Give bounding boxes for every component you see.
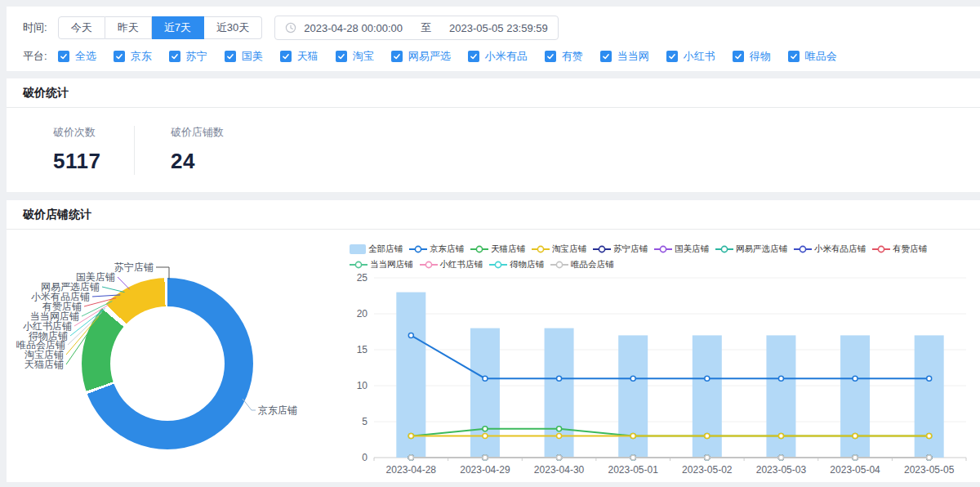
legend-item-小红书店铺[interactable]: 小红书店铺	[420, 259, 483, 270]
point-淘宝店铺[interactable]	[927, 434, 932, 439]
point-京东店铺[interactable]	[853, 376, 858, 381]
checkbox-checked-icon	[666, 51, 678, 62]
legend-item-国美店铺[interactable]: 国美店铺	[654, 244, 709, 255]
legend-item-淘宝店铺[interactable]: 淘宝店铺	[532, 244, 586, 255]
platform-label: 全选	[75, 49, 96, 64]
time-button-近30天[interactable]: 近30天	[204, 16, 262, 39]
point-淘宝店铺[interactable]	[408, 434, 413, 439]
price-break-shops-card: 破价店铺统计 苏宁店铺国美店铺网易严选店铺小米有品店铺有赞店铺当当网店铺小红书店…	[7, 200, 980, 482]
time-button-近7天[interactable]: 近7天	[152, 16, 204, 39]
chart-legend: 全部店铺京东店铺天猫店铺淘宝店铺苏宁店铺国美店铺网易严选店铺小米有品店铺有赞店铺…	[350, 244, 980, 270]
point-京东店铺[interactable]	[927, 376, 932, 381]
checkbox-checked-icon	[391, 51, 403, 62]
stats-card-title: 破价统计	[7, 78, 980, 108]
checkbox-checked-icon	[169, 51, 180, 62]
legend-label: 唯品会店铺	[571, 259, 614, 270]
point-唯品会店铺[interactable]	[853, 455, 858, 460]
point-淘宝店铺[interactable]	[557, 434, 562, 439]
y-axis-tick: 25	[357, 272, 368, 284]
time-button-今天[interactable]: 今天	[58, 16, 105, 39]
bar-全部店铺[interactable]	[618, 335, 648, 458]
platform-checkbox-苏宁[interactable]: 苏宁	[169, 49, 207, 64]
point-唯品会店铺[interactable]	[778, 455, 783, 460]
legend-label: 淘宝店铺	[552, 244, 586, 255]
y-axis-tick: 20	[357, 308, 368, 319]
platform-checkbox-唯品会[interactable]: 唯品会	[788, 49, 837, 64]
point-淘宝店铺[interactable]	[483, 434, 488, 439]
x-axis-label: 2023-04-30	[534, 464, 585, 476]
platform-checkbox-淘宝[interactable]: 淘宝	[336, 49, 374, 64]
point-京东店铺[interactable]	[630, 376, 635, 381]
legend-item-苏宁店铺[interactable]: 苏宁店铺	[593, 244, 648, 255]
time-filter-row: 时间: 今天昨天近7天近30天 2023-04-28 00:00:00 至 20…	[23, 16, 980, 40]
donut-slice-label: 苏宁店铺	[114, 261, 154, 273]
clock-icon	[285, 22, 296, 34]
point-京东店铺[interactable]	[483, 376, 488, 381]
date-start-value[interactable]: 2023-04-28 00:00:00	[304, 22, 403, 34]
point-唯品会店铺[interactable]	[557, 455, 562, 460]
stat-label: 破价次数	[53, 125, 134, 140]
point-唯品会店铺[interactable]	[483, 455, 488, 460]
bar-全部店铺[interactable]	[840, 335, 870, 458]
point-唯品会店铺[interactable]	[927, 455, 932, 460]
point-京东店铺[interactable]	[705, 376, 710, 381]
platform-label: 国美	[242, 49, 263, 64]
point-天猫店铺[interactable]	[483, 427, 488, 431]
legend-line-swatch	[532, 244, 550, 254]
legend-item-网易严选店铺[interactable]: 网易严选店铺	[715, 244, 787, 255]
point-淘宝店铺[interactable]	[630, 434, 635, 439]
platform-checkbox-当当网[interactable]: 当当网	[600, 49, 649, 64]
x-axis-label: 2023-05-03	[756, 464, 807, 476]
point-淘宝店铺[interactable]	[778, 434, 783, 439]
point-京东店铺[interactable]	[778, 376, 783, 381]
legend-item-全部店铺[interactable]: 全部店铺	[350, 244, 403, 255]
platform-filter-label: 平台:	[23, 49, 47, 64]
point-京东店铺[interactable]	[557, 376, 562, 381]
bar-line-chart[interactable]: 05101520252023-04-282023-04-292023-04-30…	[343, 272, 978, 482]
time-button-昨天[interactable]: 昨天	[105, 16, 152, 39]
donut-leader-line	[156, 267, 169, 279]
stats-divider	[134, 126, 135, 175]
bar-全部店铺[interactable]	[693, 335, 722, 458]
date-end-value[interactable]: 2023-05-05 23:59:59	[449, 22, 548, 34]
platform-checkbox-全选[interactable]: 全选	[58, 49, 96, 64]
stat-value: 5117	[53, 149, 134, 174]
point-淘宝店铺[interactable]	[853, 434, 858, 439]
point-唯品会店铺[interactable]	[408, 455, 413, 460]
checkbox-checked-icon	[114, 51, 125, 62]
legend-item-得物店铺[interactable]: 得物店铺	[489, 259, 544, 270]
point-唯品会店铺[interactable]	[630, 455, 635, 460]
platform-label: 小红书	[684, 49, 715, 64]
point-淘宝店铺[interactable]	[705, 434, 710, 439]
time-range-button-group: 今天昨天近7天近30天	[58, 16, 263, 39]
platform-checkbox-网易严选[interactable]: 网易严选	[391, 49, 451, 64]
platform-checkbox-国美[interactable]: 国美	[225, 49, 263, 64]
platform-checkbox-得物[interactable]: 得物	[733, 49, 771, 64]
legend-line-swatch	[409, 244, 427, 254]
platform-checkbox-小米有品[interactable]: 小米有品	[468, 49, 528, 64]
date-range-picker[interactable]: 2023-04-28 00:00:00 至 2023-05-05 23:59:5…	[274, 16, 558, 40]
point-京东店铺[interactable]	[408, 333, 413, 337]
platform-checkbox-京东[interactable]: 京东	[114, 49, 152, 64]
platform-checkbox-小红书[interactable]: 小红书	[666, 49, 715, 64]
bar-全部店铺[interactable]	[766, 335, 795, 458]
bar-全部店铺[interactable]	[915, 335, 944, 458]
platform-checkbox-天猫[interactable]: 天猫	[280, 49, 318, 64]
legend-item-当当网店铺[interactable]: 当当网店铺	[350, 259, 413, 270]
legend-line-swatch	[420, 260, 438, 270]
legend-item-小米有品店铺[interactable]: 小米有品店铺	[794, 244, 866, 255]
legend-item-京东店铺[interactable]: 京东店铺	[409, 244, 464, 255]
legend-label: 天猫店铺	[491, 244, 525, 255]
legend-item-有赞店铺[interactable]: 有赞店铺	[872, 244, 927, 255]
checkbox-checked-icon	[225, 51, 236, 62]
platform-checkbox-有赞[interactable]: 有赞	[545, 49, 583, 64]
legend-label: 当当网店铺	[370, 259, 413, 270]
point-天猫店铺[interactable]	[557, 427, 562, 431]
legend-line-swatch	[715, 244, 733, 254]
legend-item-天猫店铺[interactable]: 天猫店铺	[470, 244, 525, 255]
checkbox-checked-icon	[58, 51, 69, 62]
point-唯品会店铺[interactable]	[705, 455, 710, 460]
stat-value: 24	[171, 149, 252, 174]
bar-全部店铺[interactable]	[396, 293, 425, 458]
legend-item-唯品会店铺[interactable]: 唯品会店铺	[550, 259, 614, 270]
